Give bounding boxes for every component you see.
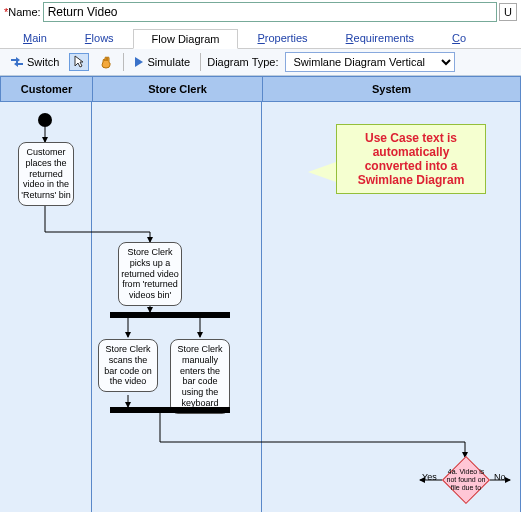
simulate-button[interactable]: Simulate <box>130 54 194 70</box>
hand-tool[interactable] <box>95 53 117 71</box>
tab-requirements[interactable]: Requirements <box>327 28 434 48</box>
name-input[interactable] <box>43 2 497 22</box>
swimlane-header: Customer Store Clerk System <box>0 76 521 102</box>
tab-properties[interactable]: Properties <box>238 28 326 48</box>
lane-header-clerk: Store Clerk <box>93 77 263 101</box>
label-yes: Yes <box>422 472 437 482</box>
diagram-canvas[interactable]: Customer Store Clerk System Customer pla… <box>0 76 521 516</box>
start-node[interactable] <box>38 113 52 127</box>
fork-bar-1[interactable] <box>110 312 230 318</box>
label-no: No <box>494 472 506 482</box>
lane-clerk <box>92 102 262 512</box>
callout-tail <box>308 162 336 182</box>
right-button[interactable]: U <box>499 3 517 21</box>
lane-header-system: System <box>263 77 520 101</box>
node-customer-place[interactable]: Customer places the returned video in th… <box>18 142 74 206</box>
hand-icon <box>99 55 113 69</box>
join-bar-1[interactable] <box>110 407 230 413</box>
switch-button[interactable]: Switch <box>6 54 63 70</box>
separator <box>200 53 201 71</box>
callout-note[interactable]: Use Case text is automatically converted… <box>336 124 486 194</box>
play-icon <box>134 56 144 68</box>
toolbar: Switch Simulate Diagram Type: Swimlane D… <box>0 49 521 76</box>
node-clerk-pickup[interactable]: Store Clerk picks up a returned video fr… <box>118 242 182 306</box>
diagram-type-label: Diagram Type: <box>207 56 278 68</box>
switch-icon <box>10 56 24 68</box>
diagram-type-select[interactable]: Swimlane Diagram Vertical <box>285 52 455 72</box>
name-label: *Name: <box>4 6 41 18</box>
pointer-icon <box>73 55 85 69</box>
node-clerk-scan[interactable]: Store Clerk scans the bar code on the vi… <box>98 339 158 392</box>
simulate-label: Simulate <box>147 56 190 68</box>
tab-flows[interactable]: Flows <box>66 28 133 48</box>
tab-co[interactable]: Co <box>433 28 485 48</box>
pointer-tool[interactable] <box>69 53 89 71</box>
separator <box>123 53 124 71</box>
tabs: Main Flows Flow Diagram Properties Requi… <box>0 24 521 49</box>
decision-node[interactable]: 4a. Video is not found on file due to <box>442 456 490 504</box>
tab-main[interactable]: Main <box>4 28 66 48</box>
tab-flow-diagram[interactable]: Flow Diagram <box>133 29 239 49</box>
switch-label: Switch <box>27 56 59 68</box>
node-clerk-manual[interactable]: Store Clerk manually enters the bar code… <box>170 339 230 414</box>
lane-header-customer: Customer <box>1 77 93 101</box>
